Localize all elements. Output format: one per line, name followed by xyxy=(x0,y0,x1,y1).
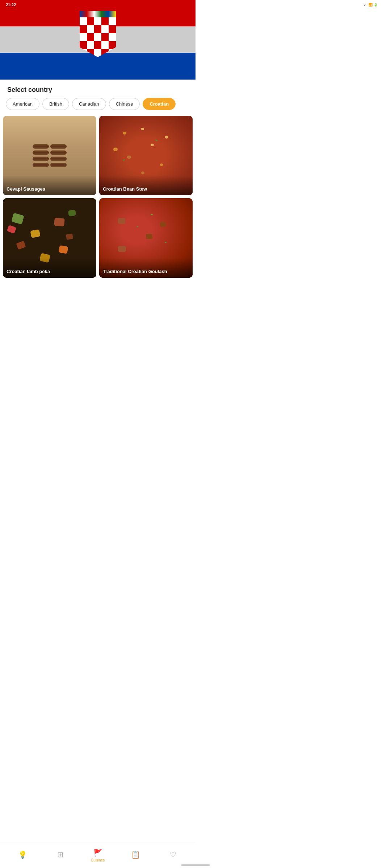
pill-british[interactable]: British xyxy=(42,98,69,110)
status-time: 21:22 xyxy=(6,3,16,7)
pill-canadian[interactable]: Canadian xyxy=(72,98,106,110)
flag-emblem xyxy=(76,11,119,61)
food-card-goulash[interactable]: Traditional Croatian Goulash xyxy=(99,198,193,278)
status-bar: 21:22 7 📶 🔋 41% xyxy=(0,0,196,9)
select-country-heading: Select country xyxy=(0,80,196,98)
food-card-cevapi[interactable]: Cevapi Sausages xyxy=(3,116,96,195)
food-card-label-cevapi: Cevapi Sausages xyxy=(3,175,96,195)
food-grid: Cevapi Sausages xyxy=(0,116,196,281)
main-content: Select country American British Canadian… xyxy=(0,80,196,310)
pill-chinese[interactable]: Chinese xyxy=(109,98,140,110)
country-pills-row: American British Canadian Chinese Croati… xyxy=(0,98,196,116)
food-card-label-bean-stew: Croatian Bean Stew xyxy=(99,175,193,195)
food-card-label-peka: Croatian lamb peka xyxy=(3,258,96,278)
food-card-bean-stew[interactable]: Croatian Bean Stew xyxy=(99,116,193,195)
flag-hero xyxy=(0,0,196,80)
pill-croatian[interactable]: Croatian xyxy=(143,98,176,110)
food-card-label-goulash: Traditional Croatian Goulash xyxy=(99,258,193,278)
food-card-peka[interactable]: Croatian lamb peka xyxy=(3,198,96,278)
pill-american[interactable]: American xyxy=(6,98,39,110)
